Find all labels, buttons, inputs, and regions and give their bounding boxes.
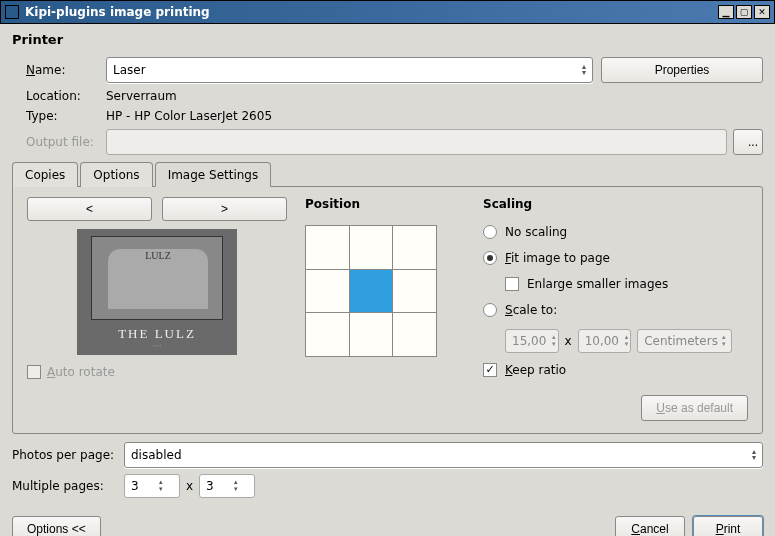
position-cell-4[interactable] bbox=[350, 270, 393, 313]
printer-location-label: Location: bbox=[26, 89, 106, 103]
scale-height-spin: 10,00 ▴▾ bbox=[578, 329, 632, 353]
lower-rows: Photos per page: disabled ▴▾ Multiple pa… bbox=[12, 442, 763, 498]
position-cell-2[interactable] bbox=[393, 226, 436, 269]
printer-section-title: Printer bbox=[12, 32, 763, 47]
printer-type-label: Type: bbox=[26, 109, 106, 123]
use-as-default-button: Use as default bbox=[641, 395, 748, 421]
printer-location-value: Serverraum bbox=[106, 89, 177, 103]
output-file-input bbox=[106, 129, 727, 155]
position-grid bbox=[305, 225, 437, 357]
position-cell-7[interactable] bbox=[350, 313, 393, 356]
thumbnail-caption: THE LULZ bbox=[118, 326, 196, 342]
position-cell-1[interactable] bbox=[350, 226, 393, 269]
scaling-scale-to-radio[interactable] bbox=[483, 303, 497, 317]
preview-next-button[interactable]: > bbox=[162, 197, 287, 221]
chevron-updown-icon: ▴▾ bbox=[582, 64, 586, 76]
printer-section: Printer Name: Laser ▴▾ Properties Locati… bbox=[12, 32, 763, 155]
position-cell-0[interactable] bbox=[306, 226, 349, 269]
scale-x-label: x bbox=[565, 334, 572, 348]
multiple-pages-rows-value: 3 bbox=[206, 479, 232, 493]
auto-rotate-label: Auto rotate bbox=[47, 365, 115, 379]
spin-arrows-icon: ▴▾ bbox=[234, 479, 238, 493]
position-cell-3[interactable] bbox=[306, 270, 349, 313]
image-thumbnail: LULZ THE LULZ ····· bbox=[77, 229, 237, 355]
multiple-pages-label: Multiple pages: bbox=[12, 479, 118, 493]
tab-image-settings[interactable]: Image Settings bbox=[155, 162, 272, 187]
scaling-header: Scaling bbox=[483, 197, 748, 211]
scale-unit-value: Centimeters bbox=[644, 334, 718, 348]
dialog-footer: Options << Cancel Print bbox=[0, 512, 775, 536]
preview-prev-button[interactable]: < bbox=[27, 197, 152, 221]
scaling-column: Scaling No scaling Fit image to page Enl… bbox=[483, 197, 748, 421]
photos-per-page-value: disabled bbox=[131, 448, 752, 462]
chevron-updown-icon: ▴▾ bbox=[722, 334, 726, 348]
output-file-label: Output file: bbox=[26, 135, 106, 149]
tabs: Copies Options Image Settings < > LULZ T… bbox=[12, 161, 763, 434]
photos-per-page-label: Photos per page: bbox=[12, 448, 118, 462]
scale-width-value: 15,00 bbox=[512, 334, 550, 348]
print-button[interactable]: Print bbox=[693, 516, 763, 536]
multiple-pages-x: x bbox=[186, 479, 193, 493]
tab-panel-image-settings: < > LULZ THE LULZ ····· Auto rotate bbox=[12, 186, 763, 434]
enlarge-smaller-label: Enlarge smaller images bbox=[527, 277, 668, 291]
window-close-icon[interactable]: ✕ bbox=[754, 5, 770, 19]
multiple-pages-rows-spin[interactable]: 3 ▴▾ bbox=[199, 474, 255, 498]
window-maximize-icon[interactable]: ▢ bbox=[736, 5, 752, 19]
scale-width-spin: 15,00 ▴▾ bbox=[505, 329, 559, 353]
window-title: Kipi-plugins image printing bbox=[25, 5, 718, 19]
options-toggle-button[interactable]: Options << bbox=[12, 516, 101, 536]
window-minimize-icon[interactable]: ▁ bbox=[718, 5, 734, 19]
printer-name-label: Name: bbox=[26, 63, 106, 77]
scale-height-value: 10,00 bbox=[585, 334, 623, 348]
spin-arrows-icon: ▴▾ bbox=[159, 479, 163, 493]
photos-per-page-combo[interactable]: disabled ▴▾ bbox=[124, 442, 763, 468]
preview-column: < > LULZ THE LULZ ····· Auto rotate bbox=[27, 197, 287, 421]
position-cell-5[interactable] bbox=[393, 270, 436, 313]
printer-name-combo[interactable]: Laser ▴▾ bbox=[106, 57, 593, 83]
scaling-no-scaling-radio[interactable] bbox=[483, 225, 497, 239]
thumbnail-inscription: LULZ bbox=[108, 249, 208, 261]
scale-unit-combo: Centimeters ▴▾ bbox=[637, 329, 732, 353]
tab-copies[interactable]: Copies bbox=[12, 162, 78, 187]
keep-ratio-label: Keep ratio bbox=[505, 363, 566, 377]
enlarge-smaller-checkbox[interactable] bbox=[505, 277, 519, 291]
keep-ratio-checkbox[interactable] bbox=[483, 363, 497, 377]
position-column: Position bbox=[305, 197, 465, 421]
auto-rotate-checkbox bbox=[27, 365, 41, 379]
scaling-fit-label: Fit image to page bbox=[505, 251, 610, 265]
spin-arrows-icon: ▴▾ bbox=[552, 334, 556, 348]
printer-name-value: Laser bbox=[113, 63, 582, 77]
chevron-updown-icon: ▴▾ bbox=[752, 449, 756, 461]
position-cell-6[interactable] bbox=[306, 313, 349, 356]
printer-type-value: HP - HP Color LaserJet 2605 bbox=[106, 109, 272, 123]
position-header: Position bbox=[305, 197, 465, 211]
output-file-browse-button[interactable]: ... bbox=[733, 129, 763, 155]
multiple-pages-cols-value: 3 bbox=[131, 479, 157, 493]
scaling-fit-radio[interactable] bbox=[483, 251, 497, 265]
cancel-button[interactable]: Cancel bbox=[615, 516, 685, 536]
tab-options[interactable]: Options bbox=[80, 162, 152, 187]
printer-properties-button[interactable]: Properties bbox=[601, 57, 763, 83]
scaling-scale-to-label: Scale to: bbox=[505, 303, 557, 317]
thumbnail-subcaption: ····· bbox=[152, 342, 162, 349]
multiple-pages-cols-spin[interactable]: 3 ▴▾ bbox=[124, 474, 180, 498]
window-app-icon bbox=[5, 5, 19, 19]
spin-arrows-icon: ▴▾ bbox=[625, 334, 629, 348]
scaling-no-scaling-label: No scaling bbox=[505, 225, 567, 239]
position-cell-8[interactable] bbox=[393, 313, 436, 356]
titlebar: Kipi-plugins image printing ▁ ▢ ✕ bbox=[0, 0, 775, 24]
